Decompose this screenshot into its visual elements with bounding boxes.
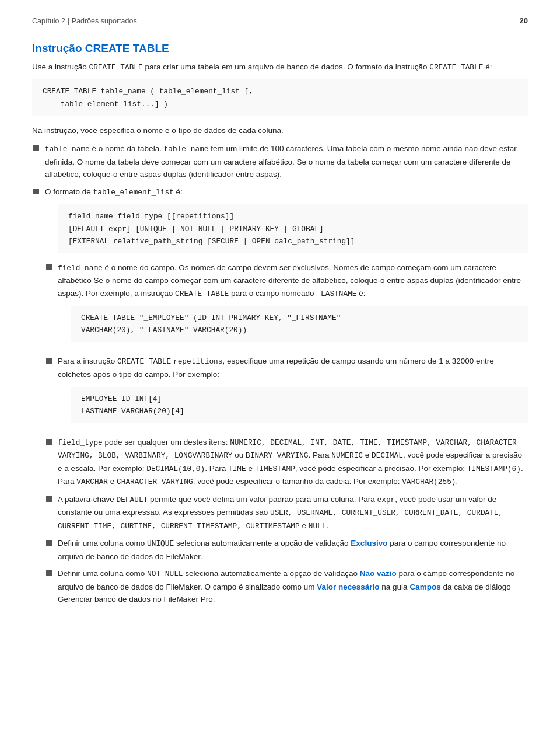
- text-valor-necessario: Valor necessário: [317, 582, 379, 591]
- sub-bullet-content-4: A palavra-chave DEFAULT permite que você…: [58, 493, 528, 532]
- code-varchar-example: VARCHAR(255): [402, 477, 456, 486]
- bullet-icon-sub-6: [46, 570, 52, 576]
- bullet-content-1: table_name é o nome da tabela. table_nam…: [45, 142, 528, 181]
- code-field-name: field_name: [58, 264, 103, 273]
- intro-paragraph-1: Use a instrução CREATE TABLE para criar …: [32, 61, 528, 74]
- code-varchar: VARCHAR: [76, 477, 108, 486]
- sub-bullet-repetitions: Para a instrução CREATE TABLE repetition…: [45, 355, 528, 431]
- page-wrapper: Capítulo 2 | Padrões suportados 20 Instr…: [0, 0, 560, 639]
- code-block-repetitions: EMPLOYEE_ID INT[4] LASTNAME VARCHAR(20)[…: [71, 387, 528, 423]
- bullet-content-2: O formato de table_element_list é: field…: [45, 186, 528, 611]
- bullet-icon-2: [33, 189, 39, 194]
- sub-bullet-content-5: Definir uma coluna como UNIQUE seleciona…: [58, 537, 528, 563]
- code-default: DEFAULT: [117, 496, 148, 504]
- sub-bullet-content-2: Para a instrução CREATE TABLE repetition…: [58, 355, 528, 431]
- bullet-table-name: table_name é o nome da tabela. table_nam…: [32, 142, 528, 181]
- bullet-icon-sub-4: [46, 496, 52, 502]
- code-field-type: field_type: [58, 438, 103, 447]
- code-null: NULL: [309, 522, 327, 531]
- code-unique: UNIQUE: [147, 539, 174, 548]
- code-not-null: NOT NULL: [147, 570, 183, 578]
- code-binary-varying: BINARY VARYING: [246, 451, 309, 460]
- main-bullet-list: table_name é o nome da tabela. table_nam…: [32, 142, 528, 610]
- code-block-1: CREATE TABLE table_name ( table_element_…: [32, 79, 528, 116]
- code-create-table-ref: CREATE TABLE: [175, 289, 229, 298]
- text-exclusivo: Exclusivo: [351, 539, 387, 547]
- sub-bullet-not-null: Definir uma coluna como NOT NULL selecio…: [45, 567, 528, 606]
- text-campos: Campos: [410, 582, 440, 591]
- inline-code-create: CREATE TABLE: [89, 63, 143, 72]
- header-separator: |: [68, 17, 69, 25]
- bullet-icon-sub-1: [46, 264, 52, 270]
- bullet-table-element-list: O formato de table_element_list é: field…: [32, 186, 528, 611]
- chapter-label: Capítulo 2: [32, 17, 65, 25]
- code-block-employee: CREATE TABLE "_EMPLOYEE" (ID INT PRIMARY…: [71, 306, 528, 342]
- code-decimal: DECIMAL: [372, 451, 403, 460]
- code-block-tel: field_name field_type [[repetitions]] [D…: [58, 204, 528, 253]
- sub-bullet-content-1: field_name é o nome do campo. Os nomes d…: [58, 261, 528, 351]
- page-number: 20: [520, 16, 528, 25]
- code-char-varying: CHARACTER VARYING: [117, 477, 193, 486]
- section-title: Instrução CREATE TABLE: [32, 42, 528, 55]
- inline-code-create2: CREATE TABLE: [429, 63, 483, 72]
- sub-bullet-unique: Definir uma coluna como UNIQUE seleciona…: [45, 537, 528, 563]
- text-nao-vazio: Não vazio: [360, 569, 397, 578]
- code-numeric: NUMERIC: [331, 451, 363, 460]
- sub-bullet-default: A palavra-chave DEFAULT permite que você…: [45, 493, 528, 532]
- section-title-code: CREATE TABLE: [85, 42, 169, 54]
- sub-bullet-field-name: field_name é o nome do campo. Os nomes d…: [45, 261, 528, 351]
- header-left: Capítulo 2 | Padrões suportados: [32, 16, 137, 25]
- sub-bullet-field-type: field_type pode ser qualquer um destes i…: [45, 436, 528, 489]
- code-table-name: table_name: [45, 145, 90, 154]
- page-header: Capítulo 2 | Padrões suportados 20: [32, 16, 528, 29]
- bullet-icon-sub-5: [46, 540, 52, 546]
- bullet-icon-1: [33, 145, 39, 151]
- intro-paragraph-2: Na instrução, você especifica o nome e o…: [32, 124, 528, 137]
- code-expressions: USER, USERNAME, CURRENT_USER, CURRENT_DA…: [58, 508, 503, 530]
- chapter-title: Padrões suportados: [72, 17, 137, 25]
- code-time: TIME: [228, 465, 246, 473]
- sub-bullet-list: field_name é o nome do campo. Os nomes d…: [45, 261, 528, 606]
- code-table-name2: table_name: [164, 145, 209, 154]
- bullet-icon-sub-2: [46, 358, 52, 364]
- code-timestamp-example: TIMESTAMP(6): [467, 465, 521, 473]
- code-expr: expr: [377, 496, 396, 504]
- sub-bullet-content-3: field_type pode ser qualquer um destes i…: [58, 436, 528, 489]
- bullet-icon-sub-3: [46, 439, 52, 445]
- code-timestamp: TIMESTAMP: [255, 465, 295, 473]
- code-create-table-rep: CREATE TABLE: [117, 357, 171, 366]
- code-decimal-example: DECIMAL(10,0): [146, 465, 205, 473]
- code-tel: table_element_list: [93, 188, 174, 197]
- sub-bullet-content-6: Definir uma coluna como NOT NULL selecio…: [58, 567, 528, 606]
- code-lastname: _LASTNAME: [316, 289, 356, 298]
- code-repetitions: repetitions: [173, 357, 222, 366]
